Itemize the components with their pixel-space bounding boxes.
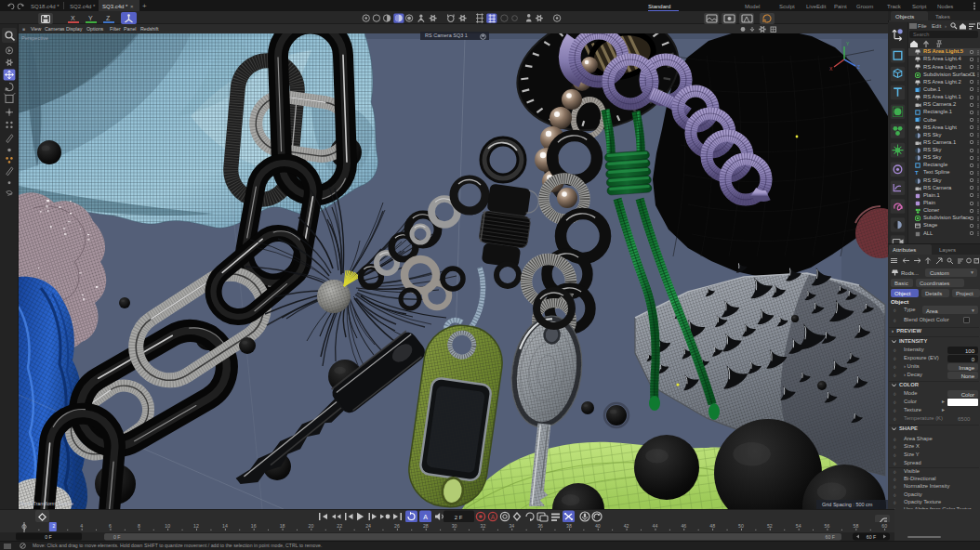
svg-text:48: 48 (709, 523, 715, 529)
svg-text:A: A (423, 514, 428, 520)
svg-text:30: 30 (452, 523, 457, 529)
svg-text:46: 46 (681, 523, 686, 529)
svg-text:8: 8 (138, 523, 140, 529)
svg-text:20: 20 (309, 523, 314, 529)
svg-text:52: 52 (767, 523, 773, 529)
svg-text:38: 38 (566, 523, 572, 529)
svg-text:14: 14 (222, 523, 228, 529)
svg-text:4: 4 (80, 523, 83, 529)
svg-text:2 F: 2 F (455, 515, 463, 520)
svg-text:60 F: 60 F (867, 534, 876, 540)
svg-text:60 F: 60 F (826, 534, 835, 540)
svg-text:56: 56 (825, 523, 830, 529)
svg-text:0 F: 0 F (113, 534, 121, 540)
svg-text:60: 60 (881, 523, 887, 529)
svg-text:18: 18 (280, 523, 285, 529)
svg-text:10: 10 (165, 523, 170, 529)
svg-text:24: 24 (365, 523, 371, 529)
svg-text:34: 34 (509, 523, 514, 529)
svg-text:42: 42 (624, 523, 629, 529)
svg-text:0 F: 0 F (45, 534, 52, 540)
svg-text:22: 22 (337, 523, 342, 529)
svg-text:6: 6 (109, 523, 112, 529)
svg-text:12: 12 (193, 523, 199, 529)
svg-text:40: 40 (595, 523, 601, 529)
svg-text:58: 58 (854, 523, 859, 529)
svg-text:A: A (491, 514, 496, 520)
svg-text:28: 28 (423, 523, 429, 529)
svg-text:16: 16 (251, 523, 257, 529)
svg-text:50: 50 (738, 523, 744, 529)
svg-text:44: 44 (653, 523, 658, 529)
svg-text:36: 36 (537, 523, 543, 529)
svg-text:26: 26 (394, 523, 400, 529)
svg-text:54: 54 (796, 523, 801, 529)
svg-text:32: 32 (481, 523, 486, 529)
svg-text:Z: Z (857, 64, 860, 70)
svg-text:2: 2 (52, 523, 55, 529)
